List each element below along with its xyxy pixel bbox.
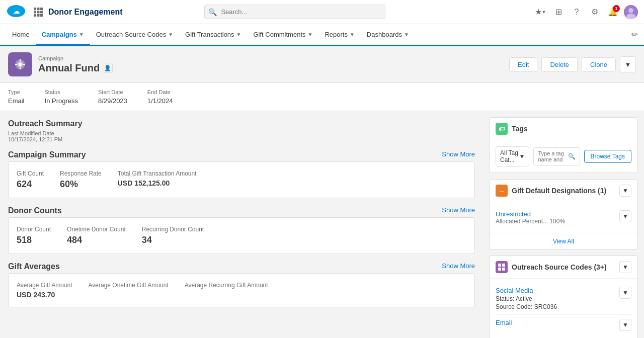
tags-body: All Tag Cat... ▼ Type a tag name and 🔍 B… [490,140,637,173]
notifications-icon[interactable]: 🔔 1 [606,5,620,19]
social-media-left: Social Media Status: Active Source Code:… [496,287,557,310]
svg-point-16 [19,63,22,66]
svg-rect-22 [502,264,505,267]
gift-averages-title: Gift Averages [8,262,60,271]
view-all-link[interactable]: View All [553,238,574,245]
gift-designations-header: → Gift Default Designations (1) ▼ [490,180,637,202]
favorites-icon[interactable]: ★ ▼ [533,5,547,19]
setup-gear-icon[interactable]: ⚙ [588,5,602,19]
gift-averages-card: Average Gift Amount USD 243.70 Average O… [8,273,475,307]
page-header-info: Campaign Annual Fund 👤 [38,55,113,74]
outreach-dropdown-icon: ▼ [168,32,173,37]
nav-edit-icon[interactable]: ✏ [631,30,638,39]
gift-count-value: 624 [17,179,44,190]
nav-dashboards[interactable]: Dashboards ▼ [361,25,415,46]
tag-select-chevron: ▼ [519,153,525,160]
search-input[interactable] [204,5,385,19]
tag-search-icon: 🔍 [568,153,576,160]
nav-home[interactable]: Home [6,25,36,46]
main-panel: Outreach Summary Last Modified Date 10/1… [0,111,483,338]
outreach-summary-header: Outreach Summary [8,119,475,128]
salesforce-logo[interactable]: ☁ [6,4,28,20]
nav-campaigns[interactable]: Campaigns ▼ [36,25,90,46]
clone-button[interactable]: Clone [582,57,616,72]
svg-rect-24 [502,268,505,271]
recurring-donor-value: 34 [142,235,204,245]
top-nav-actions: ★ ▼ ⊞ ? ⚙ 🔔 1 [533,5,638,19]
unrestricted-collapse-button[interactable]: ▼ [619,210,631,222]
svg-text:☁: ☁ [13,8,20,15]
gift-averages-header: Gift Averages Show More [8,262,475,271]
edit-button[interactable]: Edit [509,57,537,72]
nav-gift-commitments[interactable]: Gift Commitments ▼ [248,25,319,46]
campaign-summary-section: Campaign Summary Show More Gift Count 62… [8,150,475,198]
nav-gift-transactions[interactable]: Gift Transactions ▼ [179,25,247,46]
nav-reports[interactable]: Reports ▼ [318,25,360,46]
outreach-source-body: Social Media Status: Active Source Code:… [490,279,637,338]
user-avatar[interactable] [624,5,638,19]
source-code-social-media: Social Media Status: Active Source Code:… [496,285,631,312]
avg-recurring-label: Average Recurring Gift Amount [185,282,268,289]
nav-outreach-source-codes[interactable]: Outreach Source Codes ▼ [90,25,179,46]
avg-recurring-stat: Average Recurring Gift Amount [185,282,268,299]
social-media-source-code: Source Code: SRC036 [496,303,557,310]
unrestricted-link[interactable]: Unrestricted [496,210,565,218]
start-date-value: 8/29/2023 [98,97,127,105]
record-fields: Type Email Status In Progress Start Date… [0,83,644,111]
avg-onetime-label: Average Onetime Gift Amount [89,282,169,289]
response-rate-value: 60% [60,179,102,190]
social-media-link[interactable]: Social Media [496,287,557,294]
help-icon[interactable]: ? [570,5,584,19]
outreach-summary-title: Outreach Summary [8,119,83,128]
browse-tags-button[interactable]: Browse Tags [584,150,631,163]
type-label: Type [8,89,25,95]
page-header: Campaign Annual Fund 👤 Edit Delete Clone… [0,46,644,83]
gift-designations-card: → Gift Default Designations (1) ▼ Unrest… [489,179,638,249]
app-launcher-icon[interactable] [32,6,44,18]
setup-waffle-icon[interactable]: ⊞ [551,5,566,19]
social-media-collapse-button[interactable]: ▼ [619,287,631,299]
donor-counts-title: Donor Counts [8,206,62,215]
dashboards-dropdown-icon: ▼ [404,32,409,37]
svg-rect-2 [34,8,36,10]
tags-row: All Tag Cat... ▼ Type a tag name and 🔍 B… [496,146,631,166]
start-date-label: Start Date [98,89,127,95]
allocated-label: Allocated Percent... 100% [496,218,565,225]
search-bar: 🔍 [204,5,385,19]
outreach-source-codes-header: Outreach Source Codes (3+) ▼ [490,256,637,279]
email-link[interactable]: Email [496,319,512,331]
tag-category-select[interactable]: All Tag Cat... ▼ [496,146,529,166]
donor-count-value: 518 [17,235,51,245]
avg-onetime-stat: Average Onetime Gift Amount [89,282,169,299]
donor-counts-show-more[interactable]: Show More [442,206,475,214]
tag-name-input[interactable]: Type a tag name and 🔍 [533,147,580,165]
campaign-object-icon [8,52,32,76]
search-icon: 🔍 [208,8,217,16]
gift-averages-section: Gift Averages Show More Average Gift Amo… [8,262,475,307]
status-label: Status [45,89,78,95]
avg-gift-stat: Average Gift Amount USD 243.70 [17,282,72,299]
source-code-divider [496,314,631,315]
end-date-value: 1/1/2024 [147,97,173,105]
tags-card-header: 🏷 Tags [490,118,637,140]
recurring-donor-label: Recurring Donor Count [142,226,204,233]
app-name: Donor Engagement [48,8,123,17]
breadcrumb: Campaign [38,55,113,61]
person-account-icon[interactable]: 👤 [103,63,113,73]
gift-trans-dropdown-icon: ▼ [236,32,242,37]
last-modified-date: Last Modified Date 10/17/2024, 12:31 PM [8,130,475,142]
outreach-source-collapse-button[interactable]: ▼ [619,261,631,273]
field-status: Status In Progress [45,89,78,105]
campaign-summary-show-more[interactable]: Show More [442,150,475,158]
svg-rect-5 [34,11,36,13]
onetime-donor-label: Onetime Donor Count [67,226,126,233]
recurring-donor-stat: Recurring Donor Count 34 [142,226,204,245]
svg-rect-9 [37,14,40,17]
delete-button[interactable]: Delete [541,57,578,72]
more-actions-button[interactable]: ▼ [620,56,636,72]
donor-counts-stats: Donor Count 518 Onetime Donor Count 484 … [17,226,466,245]
total-gift-value: USD 152,125.00 [118,179,197,187]
gift-designations-collapse-button[interactable]: ▼ [619,185,631,197]
email-collapse-button[interactable]: ▼ [619,319,631,331]
gift-averages-show-more[interactable]: Show More [442,262,475,270]
